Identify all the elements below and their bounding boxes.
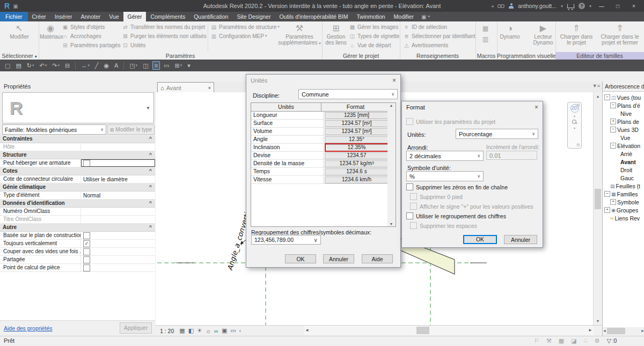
units-dialog-close-icon[interactable]: × bbox=[392, 77, 396, 84]
scroll-right-icon[interactable]: ► bbox=[588, 326, 592, 335]
ribbon-small-button[interactable]: ⊞ Paramètres partagés bbox=[62, 42, 120, 48]
store-cart-icon[interactable] bbox=[567, 4, 575, 8]
user-interface-icon[interactable]: ⊞ ▾ bbox=[173, 62, 184, 70]
settings-gear-icon[interactable]: ⚙ bbox=[595, 337, 600, 344]
tree-item[interactable]: − Vues 3D bbox=[603, 126, 644, 134]
apply-button[interactable]: Appliquer bbox=[120, 322, 152, 334]
tree-item[interactable]: Avant bbox=[603, 158, 644, 166]
Modifier[interactable]: Modifier bbox=[390, 12, 418, 21]
help-icon[interactable]: ? bbox=[579, 3, 585, 9]
family-selector-caret-icon[interactable]: ∨ bbox=[98, 127, 104, 132]
tree-item[interactable]: − ▦ Familles bbox=[603, 190, 644, 198]
property-row[interactable]: Basée sur le plan de construction bbox=[0, 232, 155, 240]
close-button[interactable]: × bbox=[628, 3, 640, 9]
property-checkbox[interactable] bbox=[83, 232, 90, 239]
ribbon-small-button[interactable]: ⊡ Unités bbox=[122, 42, 207, 48]
user-avatar-icon[interactable] bbox=[509, 3, 514, 9]
property-row[interactable]: Cote de connecteur circulaire Utiliser l… bbox=[0, 175, 155, 183]
property-row[interactable]: Peut héberger une armature bbox=[0, 159, 155, 167]
edit-type-button[interactable]: ⊞ Modifier le type bbox=[107, 124, 155, 135]
open-icon[interactable]: ▢ bbox=[3, 62, 12, 70]
tree-expander-icon[interactable]: − bbox=[604, 94, 610, 100]
exclude-options-icon[interactable]: ∴ bbox=[584, 337, 588, 344]
Site Designer[interactable]: Site Designer bbox=[232, 12, 275, 21]
collapse-chevron-icon[interactable]: ^ bbox=[149, 167, 152, 175]
load-into-project-button[interactable]: ⇑ Charger dans le projet bbox=[560, 23, 593, 46]
use-project-settings-checkbox[interactable]: Utiliser les paramètres du projet bbox=[406, 118, 495, 125]
tree-item[interactable]: + Plans de bbox=[603, 117, 644, 126]
units-ok-button[interactable]: OK bbox=[285, 254, 316, 263]
search-icon[interactable] bbox=[497, 4, 504, 8]
property-row[interactable]: Hôte bbox=[0, 143, 155, 151]
property-row[interactable]: Point de calcul de pièce bbox=[0, 264, 155, 272]
tree-expander-icon[interactable]: + bbox=[610, 199, 616, 205]
property-checkbox[interactable] bbox=[83, 256, 90, 263]
reveal-hidden-icon[interactable]: ▣ bbox=[222, 327, 227, 334]
Insérer[interactable]: Insérer bbox=[50, 12, 77, 21]
tree-item[interactable]: ∞ Liens Rev bbox=[603, 214, 644, 222]
property-row[interactable]: Structure ^ bbox=[0, 151, 155, 159]
tree-item[interactable]: Arriè bbox=[603, 150, 644, 158]
tree-item[interactable]: − Elévation bbox=[603, 142, 644, 150]
vertical-scroll-thumb[interactable] bbox=[595, 189, 601, 209]
tree-expander-icon[interactable]: − bbox=[610, 127, 616, 132]
ribbon-small-button[interactable]: △ Avertissements bbox=[403, 42, 475, 48]
ribbon-small-button[interactable]: ▩ Gérer les images bbox=[349, 24, 400, 30]
Annoter[interactable]: Annoter bbox=[76, 12, 105, 21]
visual-style-icon[interactable]: ◧ bbox=[188, 327, 194, 334]
property-row[interactable]: Autre ^ bbox=[0, 224, 155, 232]
ribbon-small-button[interactable]: ▥ Configuration MEP ▾ bbox=[210, 33, 280, 39]
shadows-icon[interactable]: ☼ bbox=[206, 328, 211, 334]
redo-icon[interactable]: ↷ ▾ bbox=[50, 62, 61, 70]
property-row[interactable]: Type d'élément Normal bbox=[0, 192, 155, 200]
minimize-button[interactable]: — bbox=[596, 3, 608, 9]
property-row[interactable]: Titre OmniClass bbox=[0, 216, 155, 224]
format-dialog-close-icon[interactable]: × bbox=[535, 104, 538, 111]
aligned-dimension-icon[interactable]: ╱ bbox=[93, 62, 100, 70]
Créer[interactable]: Créer bbox=[28, 12, 50, 21]
modify-button[interactable]: ↖ Modifier bbox=[2, 23, 36, 40]
type-selector-caret-icon[interactable]: ▼ bbox=[146, 106, 150, 111]
Outils d'interopérabilité BIM[interactable]: Outils d'interopérabilité BIM bbox=[275, 12, 352, 21]
detail-level-icon[interactable]: ▦ bbox=[179, 327, 185, 334]
ribbon-small-button[interactable]: ≣ Sélectionner par identifiant bbox=[403, 33, 475, 39]
modify-tool-caret-icon[interactable]: ▾ bbox=[428, 14, 430, 19]
qat-collapse-icon[interactable]: ◂ bbox=[491, 4, 493, 9]
tree-item[interactable]: − ◫ Vues (tou bbox=[603, 93, 644, 101]
tree-item[interactable]: Vue bbox=[603, 134, 644, 142]
temporary-hide-icon[interactable]: ∞ bbox=[214, 328, 218, 334]
maximize-button[interactable]: □ bbox=[612, 3, 624, 9]
property-row[interactable]: Numéro OmniClass bbox=[0, 208, 155, 216]
scroll-up-icon[interactable]: ▲ bbox=[594, 92, 602, 101]
manage-links-button[interactable]: ⊞ Gestion des liens bbox=[325, 23, 347, 46]
help-menu-caret-icon[interactable]: ▾ bbox=[589, 4, 591, 9]
unit-symbol-select[interactable]: % ∨ bbox=[406, 171, 484, 181]
dynamo-player-button[interactable]: ▶ Lecteur Dynamo bbox=[531, 23, 555, 46]
browser-scroll-thumb[interactable] bbox=[607, 328, 625, 334]
ribbon-small-button[interactable]: ▤ Paramètres de structure ▾ bbox=[210, 24, 280, 30]
ribbon-small-button[interactable]: ▣ Styles d'objets bbox=[62, 24, 120, 30]
browser-scroll-left-icon[interactable]: ◄ bbox=[603, 327, 606, 335]
property-checkbox[interactable] bbox=[83, 248, 90, 255]
ribbon-small-button[interactable]: ⇄ Transférer les normes du projet bbox=[122, 24, 207, 30]
collapse-viewbar-icon[interactable]: ‹ bbox=[239, 328, 241, 334]
text-icon[interactable]: A bbox=[113, 62, 120, 69]
format-dialog-titlebar[interactable]: Format × bbox=[402, 101, 543, 113]
view-tab-avant[interactable]: ⌂ Avant × bbox=[157, 82, 214, 93]
property-checkbox[interactable] bbox=[83, 160, 90, 167]
units-cancel-button[interactable]: Annuler bbox=[323, 254, 354, 263]
view-tab-close-icon[interactable]: × bbox=[208, 85, 211, 91]
property-checkbox[interactable]: ✓ bbox=[83, 240, 90, 247]
ribbon-small-button[interactable]: ⊠ Purger les éléments non utilisés bbox=[122, 33, 207, 39]
properties-help-link[interactable]: Aide des propriétés bbox=[4, 325, 52, 332]
active-only-icon[interactable]: ◪ bbox=[571, 337, 576, 344]
rounding-select[interactable]: 2 décimales ∨ bbox=[406, 151, 484, 161]
unit-format-button[interactable]: 1234.6 km/h bbox=[325, 176, 389, 183]
tree-item[interactable]: + ◉ Groupes bbox=[603, 206, 644, 214]
Gérer[interactable]: Gérer bbox=[123, 12, 147, 21]
macro-security-button[interactable]: ▥ bbox=[482, 36, 491, 42]
digit-grouping-select[interactable]: 123,456,789.00 ∨ bbox=[251, 235, 321, 245]
navbar-options2-icon[interactable]: ⚙ bbox=[576, 143, 580, 148]
rounding-increment-input[interactable]: 0.01 bbox=[486, 151, 537, 160]
dynamo-button[interactable]: ◑ Dynamo bbox=[498, 23, 522, 40]
